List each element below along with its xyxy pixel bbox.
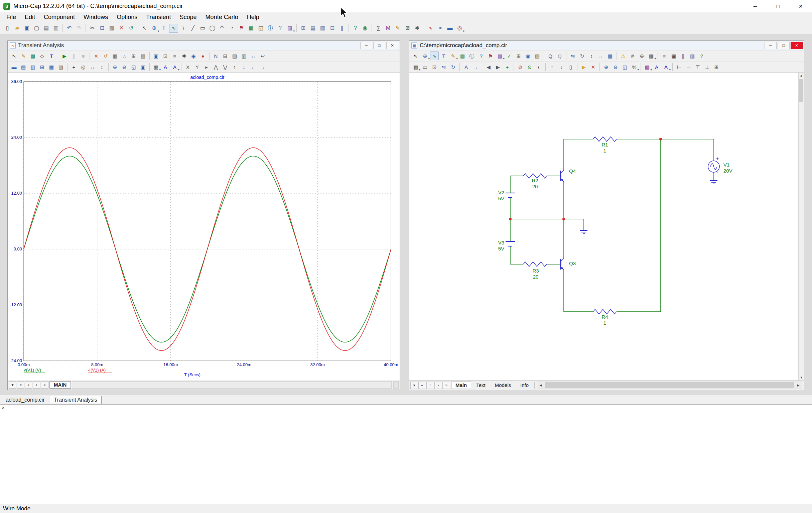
window-split-icon[interactable]: ∥ xyxy=(679,52,687,60)
wire-mode-icon[interactable]: ∿ xyxy=(169,24,178,33)
region-enable-icon[interactable]: ▨ xyxy=(496,52,504,60)
restore-window-button[interactable]: □ xyxy=(373,42,385,49)
breakpoints-icon[interactable]: ● xyxy=(199,52,207,60)
save-file-icon[interactable]: ▣ xyxy=(22,24,31,33)
close-button[interactable]: ✕ xyxy=(789,0,812,12)
select-mode-icon[interactable]: ↖ xyxy=(10,52,19,60)
zoom-menu-icon[interactable]: % xyxy=(630,62,639,71)
align-right-icon[interactable]: ⊣ xyxy=(684,62,693,71)
delete-all-objects-icon[interactable]: ✕ xyxy=(92,52,100,60)
picture-mode-icon[interactable]: ▩ xyxy=(246,24,256,33)
transient-window-titlebar[interactable]: ∿ Transient Analysis ─□✕ xyxy=(8,41,400,50)
find-component-icon[interactable]: ◉ xyxy=(524,52,532,60)
color-menu-icon[interactable]: ▩ xyxy=(643,62,651,71)
maximize-button[interactable]: □ xyxy=(766,0,789,12)
wire-diagonal-mode-icon[interactable]: \ xyxy=(179,24,188,33)
tile-vertical-icon[interactable]: ▥ xyxy=(318,24,327,33)
wire-mode-icon[interactable]: ∿ xyxy=(430,52,439,60)
probe-icon[interactable]: ◎ xyxy=(455,24,464,33)
page-up-icon[interactable]: ↑ xyxy=(548,62,556,71)
clear-icon[interactable]: ✕ xyxy=(117,24,126,33)
help-mode-icon[interactable]: ? xyxy=(276,24,285,33)
text-mode-icon[interactable]: T xyxy=(439,52,448,60)
align-top-icon[interactable]: ⊤ xyxy=(693,62,702,71)
page-tab-models[interactable]: Models xyxy=(491,382,515,389)
help-contents-icon[interactable]: ? xyxy=(697,52,706,60)
scroll-right-icon[interactable]: ▶ xyxy=(795,382,802,388)
menu-options[interactable]: Options xyxy=(112,12,142,22)
side-plots-icon[interactable]: ▥ xyxy=(28,62,37,71)
page-tab-main[interactable]: Main xyxy=(451,382,471,389)
overlay-plots-icon[interactable]: ▦ xyxy=(47,62,56,71)
warnings-icon[interactable]: ⚠ xyxy=(619,52,628,60)
vertical-tag-icon[interactable]: ↕ xyxy=(97,62,106,71)
high-icon[interactable]: ↑ xyxy=(230,62,239,71)
prev-page-button[interactable]: ‹ xyxy=(25,381,32,388)
peak-icon[interactable]: ⋀ xyxy=(211,62,220,71)
menu-scope[interactable]: Scope xyxy=(175,12,201,22)
node-numbers-icon[interactable]: # xyxy=(628,52,637,60)
zoom-out-icon[interactable]: ⊖ xyxy=(120,62,129,71)
border-icon[interactable]: ▭ xyxy=(421,62,429,71)
page-tab-main[interactable]: MAIN xyxy=(50,381,71,388)
shape-editor-icon[interactable]: ✎ xyxy=(393,24,402,33)
menu-help[interactable]: Help xyxy=(242,12,264,22)
print-preview-icon[interactable]: ▤ xyxy=(42,24,51,33)
copy-icon[interactable]: ⊡ xyxy=(97,24,107,33)
scale-mode-icon[interactable]: ◱ xyxy=(256,24,265,33)
schematic-vscrollbar[interactable]: ▲ ▼ xyxy=(798,73,804,380)
ruler-icon[interactable]: ▤ xyxy=(139,52,147,60)
repeat-last-find-icon[interactable]: Q xyxy=(555,52,564,60)
menu-file[interactable]: File xyxy=(2,12,20,22)
next-page-button[interactable]: › xyxy=(434,382,442,389)
last-page-button[interactable]: » xyxy=(41,381,49,388)
doc-tab-transient-analysis[interactable]: Transient Analysis xyxy=(50,396,102,404)
close-file-icon[interactable]: ▢ xyxy=(32,24,41,33)
line-mode-icon[interactable]: ╱ xyxy=(188,24,198,33)
page-list-button[interactable]: ▾ xyxy=(410,382,418,389)
align-bottom-icon[interactable]: ⊥ xyxy=(703,62,712,71)
scroll-down-icon[interactable]: ▼ xyxy=(799,375,804,380)
exit-analysis-icon[interactable]: ↩ xyxy=(258,52,267,60)
step-box-icon[interactable]: ▦ xyxy=(606,52,614,60)
component-mode-icon[interactable]: ⊕ xyxy=(421,52,429,60)
overlap-windows-icon[interactable]: ⊟ xyxy=(328,24,337,33)
next-page-icon[interactable]: ▶ xyxy=(494,62,502,71)
plot-canvas[interactable]: 0.00m8.00m16.00m24.00m32.00m40.00m36.002… xyxy=(8,72,400,380)
flag-mode-icon[interactable]: ⚑ xyxy=(486,52,495,60)
grid-plots-icon[interactable]: ⊞ xyxy=(38,62,47,71)
package-editor-icon[interactable]: ⊠ xyxy=(403,24,412,33)
ellipse-mode-icon[interactable]: ◯ xyxy=(208,24,217,33)
paste-plot-icon[interactable]: ▧ xyxy=(56,62,65,71)
run-erc-icon[interactable]: ▶ xyxy=(579,62,588,71)
scroll-up-icon[interactable]: ▲ xyxy=(799,73,804,78)
zoom-area-icon[interactable]: ◱ xyxy=(620,62,629,71)
page-list-button[interactable]: ▾ xyxy=(9,381,17,388)
zoom-in-icon[interactable]: ⊕ xyxy=(602,62,610,71)
rectangle-mode-icon[interactable]: ▭ xyxy=(198,24,207,33)
redo-icon[interactable]: ↷ xyxy=(75,24,84,33)
page-tab-info[interactable]: Info xyxy=(516,382,533,389)
attribute-text-icon[interactable]: ▣ xyxy=(669,52,678,60)
first-page-button[interactable]: « xyxy=(17,381,24,388)
zoom-area-icon[interactable]: ◱ xyxy=(129,62,138,71)
text-mode-icon[interactable]: T xyxy=(160,24,168,33)
find-next-icon[interactable]: → xyxy=(471,62,480,71)
dc-analysis-icon[interactable]: ▬ xyxy=(445,24,455,33)
properties-icon[interactable]: ▣ xyxy=(152,52,161,60)
previous-page-icon[interactable]: ◀ xyxy=(484,62,493,71)
close-window-button[interactable]: ✕ xyxy=(386,42,398,49)
autoscale-icon[interactable]: ▣ xyxy=(139,62,147,71)
polygon-mode-icon[interactable]: ◇ xyxy=(38,52,47,60)
help-contents-icon[interactable]: ? xyxy=(351,24,360,33)
flip-y-icon[interactable]: ↕ xyxy=(587,52,596,60)
stepping-icon[interactable]: ≡ xyxy=(170,52,179,60)
point-tag-mode-icon[interactable]: ◎ xyxy=(79,62,88,71)
tile-horizontal-icon[interactable]: ▤ xyxy=(309,24,317,33)
component-editor-icon[interactable]: ✱ xyxy=(413,24,422,33)
mirror-icon[interactable]: ⇋ xyxy=(569,52,577,60)
flip-x-icon[interactable]: ↔ xyxy=(597,52,605,60)
schematic-canvas[interactable]: R11R220R320R41V120VV25VV35VQ4Q3+- xyxy=(409,73,798,380)
three-d-windows-icon[interactable]: ▧ xyxy=(230,52,239,60)
find-text-icon[interactable]: A xyxy=(462,62,470,71)
